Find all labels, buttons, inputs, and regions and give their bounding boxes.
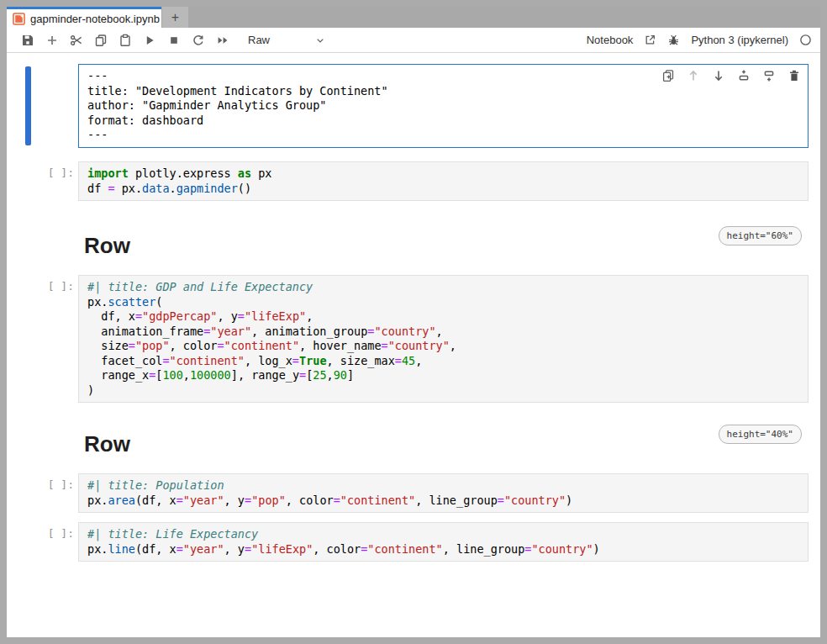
save-icon[interactable]: [15, 30, 40, 50]
restart-run-all-icon[interactable]: [210, 30, 234, 50]
new-tab-button[interactable]: +: [162, 7, 188, 28]
plus-icon: +: [171, 10, 179, 25]
cell-collapser[interactable]: [25, 66, 31, 145]
code-source[interactable]: #| title: Life Expectancypx.line(df, x="…: [87, 527, 799, 557]
notebook-mode-label[interactable]: Notebook: [587, 34, 634, 46]
insert-cell-below-icon[interactable]: [40, 30, 64, 50]
code-source[interactable]: #| title: Populationpx.area(df, x="year"…: [87, 478, 799, 508]
jupyterlab-window: gapminder-notebook.ipynb × +: [0, 0, 827, 644]
tab-bar: gapminder-notebook.ipynb × +: [7, 7, 820, 28]
move-cell-down-icon[interactable]: [711, 68, 725, 82]
cell-type-value: Raw: [248, 34, 270, 46]
row-heading: Row: [84, 425, 820, 457]
restart-kernel-icon[interactable]: [186, 30, 210, 50]
cell-toolbar: [661, 68, 801, 82]
run-icon[interactable]: [137, 30, 161, 50]
markdown-cell-row2[interactable]: Row height="40%": [7, 425, 820, 473]
notebook-toolbar: Raw Notebook Python 3 (ipykernel): [7, 28, 820, 53]
interrupt-kernel-icon[interactable]: [161, 30, 186, 50]
height-badge: height="60%": [719, 226, 802, 245]
duplicate-cell-icon[interactable]: [661, 68, 675, 82]
tab-gapminder-notebook[interactable]: gapminder-notebook.ipynb ×: [7, 7, 161, 28]
code-cell-editor-import[interactable]: import plotly.express as pxdf = px.data.…: [78, 161, 809, 201]
external-link-icon[interactable]: [644, 34, 656, 46]
code-source[interactable]: import plotly.express as pxdf = px.data.…: [87, 166, 799, 196]
move-cell-up-icon[interactable]: [686, 68, 700, 82]
kernel-idle-circle-icon[interactable]: [799, 34, 812, 46]
notebook-area: ---title: "Development Indicators by Con…: [7, 53, 820, 637]
paste-cells-icon[interactable]: [113, 30, 137, 50]
input-prompt: [ ]:: [7, 275, 78, 403]
row-heading: Row: [84, 226, 820, 259]
code-cell-row-import: [ ]: import plotly.express as pxdf = px.…: [7, 161, 820, 201]
markdown-cell-row1[interactable]: Row height="60%": [7, 226, 820, 275]
raw-cell-row: ---title: "Development Indicators by Con…: [7, 64, 820, 148]
height-badge: height="40%": [719, 425, 802, 444]
code-cell-editor-scatter[interactable]: #| title: GDP and Life Expectancypx.scat…: [78, 275, 809, 403]
code-cell-row-area: [ ]: #| title: Populationpx.area(df, x="…: [7, 473, 820, 513]
notebook-icon: [13, 13, 25, 25]
raw-cell-editor[interactable]: ---title: "Development Indicators by Con…: [78, 64, 809, 148]
input-prompt: [ ]:: [7, 161, 78, 201]
insert-cell-above-icon[interactable]: [736, 68, 751, 82]
delete-cell-icon[interactable]: [787, 68, 801, 82]
code-source[interactable]: #| title: GDP and Life Expectancypx.scat…: [87, 280, 799, 398]
code-cell-row-line: [ ]: #| title: Life Expectancypx.line(df…: [7, 522, 820, 562]
input-prompt: [ ]:: [7, 473, 78, 513]
input-prompt: [ ]:: [7, 522, 78, 562]
bug-icon[interactable]: [667, 34, 680, 46]
insert-cell-below-icon[interactable]: [761, 68, 776, 82]
kernel-name[interactable]: Python 3 (ipykernel): [691, 34, 788, 46]
code-cell-editor-area[interactable]: #| title: Populationpx.area(df, x="year"…: [78, 473, 809, 513]
cell-type-dropdown[interactable]: Raw: [243, 32, 331, 48]
code-cell-editor-line[interactable]: #| title: Life Expectancypx.line(df, x="…: [78, 522, 809, 562]
toolbar-right-group: Notebook Python 3 (ipykernel): [587, 34, 812, 46]
tab-label: gapminder-notebook.ipynb: [30, 13, 160, 25]
raw-cell-gutter: [7, 64, 78, 148]
cut-cells-icon[interactable]: [64, 30, 88, 50]
code-cell-row-scatter: [ ]: #| title: GDP and Life Expectancypx…: [7, 275, 820, 403]
copy-cells-icon[interactable]: [88, 30, 113, 50]
chevron-down-icon: [314, 34, 326, 46]
